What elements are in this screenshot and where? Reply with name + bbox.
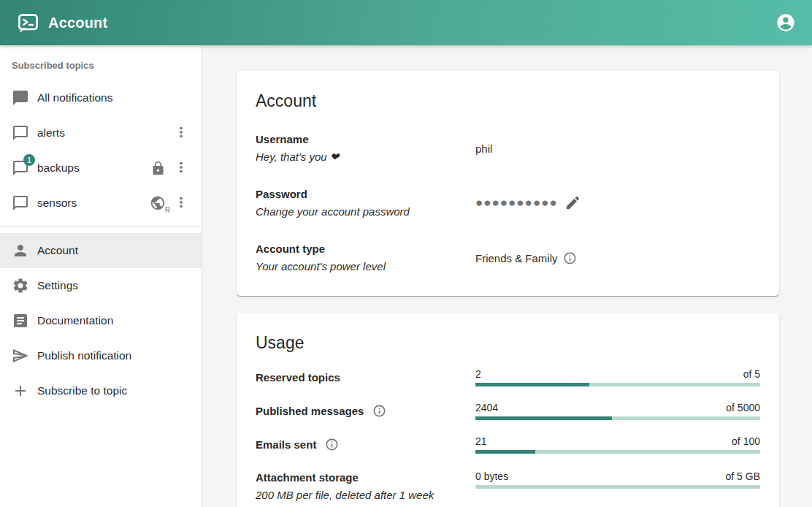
edit-password-button[interactable] [564,194,582,212]
username-row: Username Hey, that's you ❤ phil [256,131,760,166]
emails-sent-label: Emails sent [256,436,475,454]
sidebar-item-topic-backups[interactable]: 1 backups [0,150,202,186]
sidebar-item-label: alerts [37,126,65,140]
meter-current: 21 [475,435,487,447]
published-messages-row: Published messages 2404 of 5000 [256,402,760,420]
password-row: Password Change your account password ●●… [256,186,760,221]
usage-card-title: Usage [256,333,760,353]
sidebar-item-label: Subscribe to topic [37,384,127,397]
password-subtitle: Change your account password [256,203,475,221]
sidebar-item-label: Account [37,244,78,257]
sidebar-item-topic-sensors[interactable]: sensors R [0,186,202,221]
sidebar-item-topic-alerts[interactable]: alerts [0,115,202,150]
emails-sent-text: Emails sent [256,438,316,451]
progress-bar [475,416,760,420]
plus-icon [12,382,29,400]
progress-bar [475,485,760,489]
sidebar-item-publish-notification[interactable]: Publish notification [0,338,202,373]
topic-menu-button[interactable] [172,124,190,142]
info-icon[interactable] [563,251,577,265]
account-type-text: Friends & Family [475,252,558,264]
topic-menu-button[interactable] [172,194,190,212]
app-header: Account [0,0,812,45]
ntfy-logo-icon [18,12,39,34]
sidebar-item-account[interactable]: Account [0,233,202,268]
meter-limit: of 100 [732,435,760,447]
sidebar-item-label: Publish notification [37,349,131,362]
account-card-title: Account [256,91,760,111]
meter-limit: of 5 [743,368,760,380]
sidebar-item-label: backups [37,161,80,175]
more-vert-icon [173,159,189,175]
meter-current: 0 bytes [475,470,508,482]
attachment-storage-meter: 0 bytes of 5 GB [475,470,760,489]
progress-fill [475,450,535,454]
article-icon [12,312,29,329]
username-label: Username [256,131,475,148]
main-content: Account Username Hey, that's you ❤ phil … [202,45,812,507]
page-title: Account [48,15,107,31]
sidebar-item-label: Documentation [37,314,113,327]
topic-menu-button[interactable] [172,159,190,177]
chat-bubble-outline-icon [12,194,29,212]
sidebar-item-label: All notifications [37,91,112,104]
account-avatar-button[interactable] [775,12,796,33]
account-type-value: Friends & Family [475,251,760,265]
username-subtitle: Hey, that's you ❤ [256,148,475,166]
info-icon[interactable] [372,404,386,418]
subscribed-topics-header: Subscribed topics [0,51,202,80]
reserved-subscript: R [165,206,170,214]
meter-current: 2404 [475,402,498,413]
account-type-label: Account type [256,240,475,258]
sidebar-nav-list: Account Settings Documentation Publish n… [0,227,202,414]
sidebar: Subscribed topics All notifications aler… [0,45,202,507]
emails-sent-meter: 21 of 100 [475,435,760,454]
send-icon [12,347,29,365]
attachment-storage-label: Attachment storage [256,469,475,487]
progress-bar [475,450,760,454]
globe-reserved-icon: R [149,194,166,212]
username-value: phil [475,142,760,155]
account-card: Account Username Hey, that's you ❤ phil … [237,71,779,296]
meter-limit: of 5 GB [726,470,760,482]
chat-bubble-filled-icon [12,89,29,107]
person-icon [12,242,29,259]
usage-card: Usage Reserved topics 2 of 5 Published m… [237,313,779,507]
pencil-icon [564,194,581,211]
emails-sent-row: Emails sent 21 of 100 [256,435,760,454]
attachment-storage-row: Attachment storage 200 MB per file, dele… [256,469,760,504]
sidebar-item-all-notifications[interactable]: All notifications [0,80,202,115]
username-label-block: Username Hey, that's you ❤ [256,131,475,166]
more-vert-icon [173,124,189,140]
sidebar-item-settings[interactable]: Settings [0,268,202,303]
sidebar-item-subscribe-to-topic[interactable]: Subscribe to topic [0,373,202,408]
chat-bubble-outline-icon [12,124,29,142]
progress-fill [475,416,612,420]
progress-fill [475,383,589,386]
account-type-row: Account type Your account's power level … [256,240,760,275]
unread-count-badge: 1 [23,154,35,166]
account-type-label-block: Account type Your account's power level [256,240,475,275]
password-value: ●●●●●●●●●● [475,194,760,212]
gear-icon [12,277,29,294]
reserved-topics-label: Reserved topics [256,369,475,386]
password-label: Password [256,186,475,203]
progress-bar [475,383,760,386]
attachment-storage-subtitle: 200 MB per file, deleted after 1 week [256,487,475,504]
password-masked-value: ●●●●●●●●●● [475,196,558,210]
subscribed-topics-list: Subscribed topics All notifications aler… [0,45,202,226]
account-circle-icon [775,12,796,33]
password-label-block: Password Change your account password [256,186,475,221]
chat-bubble-outline-icon: 1 [12,159,29,177]
account-type-subtitle: Your account's power level [256,258,475,275]
sidebar-item-label: Settings [37,279,78,292]
sidebar-item-label: sensors [37,197,77,210]
published-messages-meter: 2404 of 5000 [475,402,760,420]
meter-limit: of 5000 [726,402,760,413]
published-messages-text: Published messages [256,405,364,417]
reserved-topics-row: Reserved topics 2 of 5 [256,368,760,386]
sidebar-item-documentation[interactable]: Documentation [0,303,202,338]
reserved-topics-meter: 2 of 5 [475,368,760,386]
info-icon[interactable] [325,438,339,451]
attachment-storage-label-block: Attachment storage 200 MB per file, dele… [256,469,475,504]
